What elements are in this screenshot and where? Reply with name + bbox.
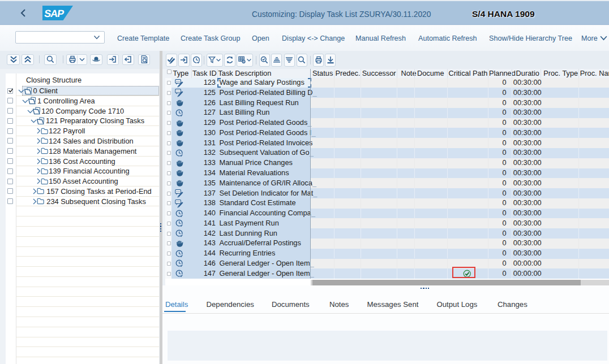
svg-text:SAP: SAP <box>44 8 65 20</box>
